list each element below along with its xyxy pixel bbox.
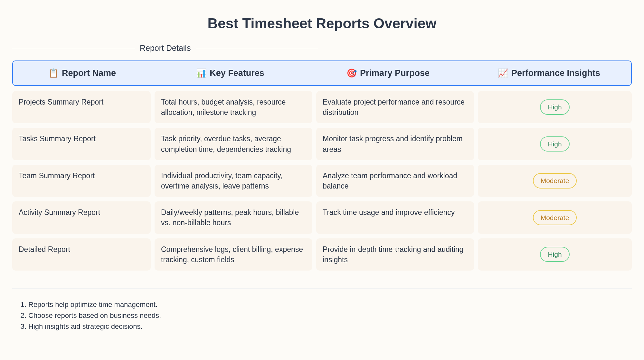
divider-line	[12, 48, 135, 48]
cell-key-features: Individual productivity, team capacity, …	[155, 165, 312, 197]
cell-report-name: Projects Summary Report	[12, 91, 151, 123]
cell-primary-purpose: Analyze team performance and workload ba…	[316, 165, 474, 197]
cell-performance-insight: Moderate	[478, 201, 632, 234]
clipboard-icon: 📋	[48, 68, 59, 78]
cell-primary-purpose: Monitor task progress and identify probl…	[316, 128, 474, 160]
cell-performance-insight: High	[478, 91, 632, 123]
table-row: Activity Summary ReportDaily/weekly patt…	[12, 201, 632, 234]
fieldset-header: Report Details	[12, 44, 632, 52]
insight-badge: High	[540, 99, 569, 115]
col-header-report-name: 📋 Report Name	[13, 68, 151, 78]
cell-performance-insight: High	[478, 238, 632, 271]
table-row: Projects Summary ReportTotal hours, budg…	[12, 91, 632, 123]
fieldset-label: Report Details	[135, 43, 196, 53]
cell-key-features: Task priority, overdue tasks, average co…	[155, 128, 312, 160]
insight-badge: High	[540, 136, 569, 152]
footnote-item: High insights aid strategic decisions.	[28, 321, 632, 332]
cell-key-features: Total hours, budget analysis, resource a…	[155, 91, 312, 123]
col-header-performance-insights: 📈 Performance Insights	[467, 68, 631, 78]
table-row: Detailed ReportComprehensive logs, clien…	[12, 238, 632, 271]
footnotes-list: Reports help optimize time management.Ch…	[12, 299, 632, 332]
divider-line	[196, 48, 318, 48]
col-header-label: Primary Purpose	[360, 68, 430, 78]
footnote-item: Choose reports based on business needs.	[28, 310, 632, 321]
trend-chart-icon: 📈	[498, 68, 508, 78]
col-header-primary-purpose: 🎯 Primary Purpose	[309, 68, 467, 78]
col-header-label: Report Name	[62, 68, 116, 78]
insight-badge: High	[540, 247, 569, 262]
table-row: Tasks Summary ReportTask priority, overd…	[12, 128, 632, 160]
page-title: Best Timesheet Reports Overview	[12, 15, 632, 32]
cell-report-name: Detailed Report	[12, 238, 151, 271]
table-header-row: 📋 Report Name 📊 Key Features 🎯 Primary P…	[12, 60, 632, 86]
cell-primary-purpose: Evaluate project performance and resourc…	[316, 91, 474, 123]
section-divider	[12, 289, 632, 289]
footnote-item: Reports help optimize time management.	[28, 299, 632, 310]
bar-chart-icon: 📊	[196, 68, 206, 78]
col-header-key-features: 📊 Key Features	[151, 68, 309, 78]
cell-key-features: Daily/weekly patterns, peak hours, billa…	[155, 201, 312, 234]
col-header-label: Key Features	[210, 68, 264, 78]
target-icon: 🎯	[346, 68, 357, 78]
cell-key-features: Comprehensive logs, client billing, expe…	[155, 238, 312, 271]
cell-report-name: Tasks Summary Report	[12, 128, 151, 160]
insight-badge: Moderate	[533, 210, 577, 225]
table-body: Projects Summary ReportTotal hours, budg…	[12, 91, 632, 271]
cell-performance-insight: Moderate	[478, 165, 632, 197]
cell-performance-insight: High	[478, 128, 632, 160]
cell-primary-purpose: Provide in-depth time-tracking and audit…	[316, 238, 474, 271]
cell-report-name: Team Summary Report	[12, 165, 151, 197]
cell-report-name: Activity Summary Report	[12, 201, 151, 234]
insight-badge: Moderate	[533, 173, 577, 188]
table-row: Team Summary ReportIndividual productivi…	[12, 165, 632, 197]
col-header-label: Performance Insights	[511, 68, 600, 78]
cell-primary-purpose: Track time usage and improve efficiency	[316, 201, 474, 234]
